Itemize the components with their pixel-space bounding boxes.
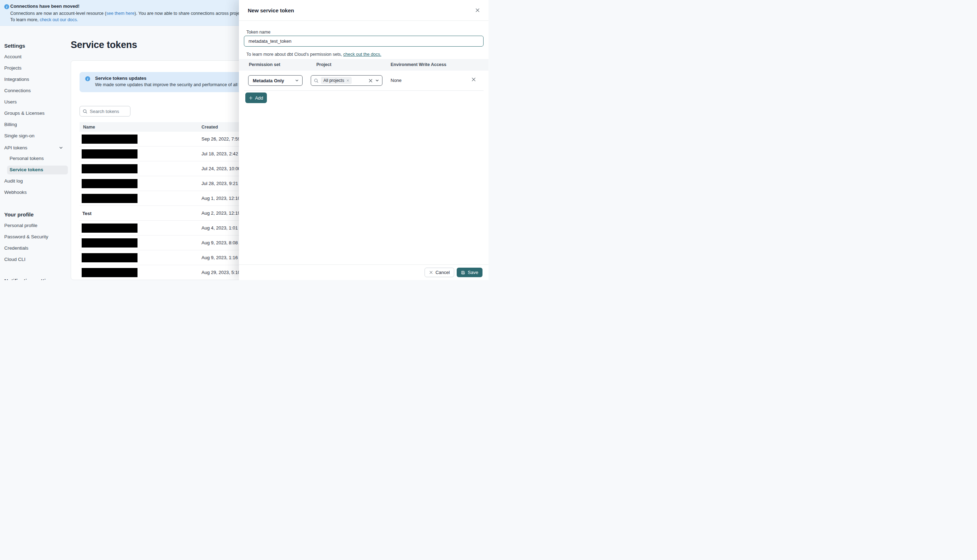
divider <box>244 90 483 91</box>
check-out-docs-link[interactable]: check out our docs. <box>40 17 78 22</box>
permission-grid-header: Permission set Project Environment Write… <box>239 59 488 71</box>
search-icon <box>83 109 87 114</box>
sidebar-item-webhooks[interactable]: Webhooks <box>4 190 71 196</box>
add-permission-button[interactable]: Add <box>245 93 267 103</box>
project-multiselect[interactable]: All projects <box>311 75 383 86</box>
remove-row-icon[interactable] <box>471 77 476 82</box>
chevron-down-icon <box>59 146 63 150</box>
page-title: Service tokens <box>71 40 137 50</box>
redacted-token-name <box>82 135 137 144</box>
column-header-environment-write-access: Environment Write Access <box>391 62 447 67</box>
save-button[interactable]: Save <box>457 268 482 277</box>
sidebar-item-account[interactable]: Account <box>4 54 71 60</box>
plus-icon <box>249 96 253 100</box>
new-service-token-drawer: New service token Token name To learn mo… <box>239 0 488 280</box>
drawer-title: New service token <box>248 7 294 13</box>
sidebar-item-credentials[interactable]: Credentials <box>4 245 71 252</box>
redacted-token-name <box>82 164 137 173</box>
see-them-here-link[interactable]: see them here <box>106 11 135 16</box>
sidebar-item-cloud-cli[interactable]: Cloud CLI <box>4 257 71 263</box>
redacted-token-name <box>82 194 137 203</box>
permission-help-text: To learn more about dbt Cloud's permissi… <box>246 52 381 57</box>
column-header-created: Created <box>201 125 218 130</box>
sidebar-item-projects[interactable]: Projects <box>4 65 71 72</box>
close-icon[interactable] <box>475 8 480 13</box>
token-name-input[interactable] <box>244 36 483 47</box>
check-out-the-docs-link[interactable]: check out the docs. <box>343 52 381 57</box>
sidebar-item-service-tokens[interactable]: Service tokens <box>7 166 68 175</box>
sidebar-item-connections[interactable]: Connections <box>4 88 71 94</box>
clear-selection-icon[interactable] <box>368 78 373 83</box>
dbt-cloud-settings-app: i Connections have been moved! Connectio… <box>0 0 488 280</box>
search-icon <box>314 78 318 83</box>
info-icon: i <box>4 4 9 9</box>
close-icon <box>429 270 433 274</box>
redacted-token-name <box>82 223 137 233</box>
sidebar-item-audit-log[interactable]: Audit log <box>4 178 71 185</box>
environment-write-access-value: None <box>391 78 402 83</box>
token-name: Test <box>82 211 92 216</box>
permission-set-value: Metadata Only <box>253 78 284 83</box>
search-tokens-box[interactable] <box>80 106 130 117</box>
column-header-project: Project <box>316 62 331 67</box>
redacted-token-name <box>82 149 137 158</box>
permission-set-select[interactable]: Metadata Only <box>248 75 303 86</box>
column-header-name: Name <box>80 125 201 130</box>
sidebar-item-single-sign-on[interactable]: Single sign-on <box>4 133 71 140</box>
sidebar-item-integrations[interactable]: Integrations <box>4 77 71 83</box>
sidebar-item-personal-profile[interactable]: Personal profile <box>4 223 71 229</box>
redacted-token-name <box>82 238 137 248</box>
chevron-down-icon <box>295 79 299 82</box>
search-tokens-input[interactable] <box>90 109 127 114</box>
sidebar-heading-your-profile: Your profile <box>4 212 71 218</box>
cancel-button[interactable]: Cancel <box>425 268 454 277</box>
drawer-footer: Cancel Save <box>239 265 488 280</box>
project-chip[interactable]: All projects <box>321 77 352 84</box>
token-name-label: Token name <box>246 30 270 35</box>
sidebar-item-personal-tokens[interactable]: Personal tokens <box>10 156 71 162</box>
settings-sidebar: Settings Account Projects Integrations C… <box>0 26 71 280</box>
sidebar-item-password-security[interactable]: Password & Security <box>4 234 71 240</box>
redacted-token-name <box>82 253 137 262</box>
info-icon: i <box>85 76 90 81</box>
drawer-header: New service token <box>239 0 488 21</box>
chevron-down-icon[interactable] <box>375 79 379 82</box>
sidebar-item-groups-licenses[interactable]: Groups & Licenses <box>4 110 71 117</box>
redacted-token-name <box>82 179 137 188</box>
sidebar-item-users[interactable]: Users <box>4 99 71 105</box>
sidebar-item-api-tokens[interactable]: API tokens <box>4 144 63 151</box>
column-header-permission-set: Permission set <box>249 62 280 67</box>
project-chip-label: All projects <box>323 78 344 83</box>
save-icon <box>461 270 465 275</box>
sidebar-heading-settings: Settings <box>4 43 71 49</box>
sidebar-item-billing[interactable]: Billing <box>4 122 71 128</box>
redacted-token-name <box>82 268 137 277</box>
sidebar-heading-notification-settings: Notification settings <box>4 278 71 280</box>
remove-chip-icon[interactable] <box>346 79 349 82</box>
